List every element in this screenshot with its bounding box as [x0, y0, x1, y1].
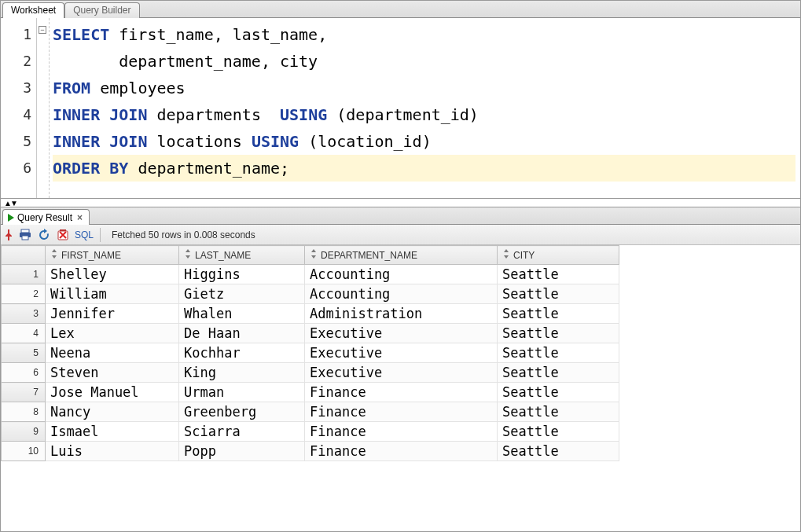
row-number: 7: [2, 383, 46, 402]
cell[interactable]: Finance: [305, 383, 498, 402]
cell[interactable]: Jose Manuel: [46, 383, 179, 402]
cell[interactable]: King: [179, 363, 305, 383]
cell[interactable]: Finance: [305, 402, 498, 422]
row-number: 8: [2, 402, 46, 422]
toolbar-separator: [100, 228, 101, 242]
sql-editor[interactable]: 123456 − SELECT first_name, last_name, d…: [1, 18, 800, 199]
sort-icon: [184, 249, 192, 261]
table-row[interactable]: 6StevenKingExecutiveSeattle: [2, 363, 619, 383]
app-root: Worksheet Query Builder 123456 − SELECT …: [0, 0, 801, 532]
code-line: department_name, city: [53, 52, 318, 71]
cell[interactable]: Accounting: [305, 284, 498, 304]
cell[interactable]: Seattle: [498, 304, 619, 324]
close-icon[interactable]: ×: [75, 212, 84, 223]
table-row[interactable]: 5NeenaKochharExecutiveSeattle: [2, 343, 619, 363]
cell[interactable]: Seattle: [498, 442, 619, 461]
cell[interactable]: Administration: [305, 304, 498, 324]
tab-worksheet[interactable]: Worksheet: [2, 2, 64, 18]
rownum-header[interactable]: [2, 246, 46, 265]
cell[interactable]: Seattle: [498, 284, 619, 304]
line-number: 4: [1, 101, 31, 128]
cell[interactable]: William: [46, 284, 179, 304]
cell[interactable]: Seattle: [498, 265, 619, 284]
row-number: 3: [2, 304, 46, 324]
result-tab-query-result[interactable]: Query Result ×: [2, 209, 90, 225]
splitter-handle[interactable]: ▲▼: [1, 199, 800, 207]
row-number: 1: [2, 265, 46, 284]
cell[interactable]: Sciarra: [179, 422, 305, 442]
cell[interactable]: Shelley: [46, 265, 179, 284]
cell[interactable]: Greenberg: [179, 402, 305, 422]
cell[interactable]: Seattle: [498, 402, 619, 422]
cell[interactable]: Kochhar: [179, 343, 305, 363]
code-line: FROM employees: [53, 79, 186, 97]
cell[interactable]: Popp: [179, 442, 305, 461]
print-icon[interactable]: [18, 228, 32, 242]
code-line: INNER JOIN locations USING (location_id): [53, 132, 432, 151]
line-number-gutter: 123456: [1, 18, 37, 198]
splitter-arrows-icon: ▲▼: [4, 199, 17, 207]
table-row[interactable]: 8NancyGreenbergFinanceSeattle: [2, 402, 619, 422]
table-row[interactable]: 1ShelleyHigginsAccountingSeattle: [2, 265, 619, 284]
code-area[interactable]: SELECT first_name, last_name, department…: [50, 18, 800, 198]
cell[interactable]: Seattle: [498, 422, 619, 442]
results-grid-wrapper[interactable]: FIRST_NAMELAST_NAMEDEPARTMENT_NAMECITY 1…: [1, 245, 800, 531]
table-row[interactable]: 3JenniferWhalenAdministrationSeattle: [2, 304, 619, 324]
cell[interactable]: Executive: [305, 363, 498, 383]
result-toolbar: SQL Fetched 50 rows in 0.008 seconds: [1, 225, 800, 245]
column-header[interactable]: FIRST_NAME: [46, 246, 179, 265]
row-number: 6: [2, 363, 46, 383]
row-number: 9: [2, 422, 46, 442]
cell[interactable]: Seattle: [498, 324, 619, 343]
cell[interactable]: Luis: [46, 442, 179, 461]
cell[interactable]: Finance: [305, 442, 498, 461]
sql-link[interactable]: SQL: [75, 229, 94, 240]
clear-icon[interactable]: [56, 228, 70, 242]
cell[interactable]: Seattle: [498, 343, 619, 363]
column-header[interactable]: DEPARTMENT_NAME: [305, 246, 498, 265]
cell[interactable]: Executive: [305, 343, 498, 363]
cell[interactable]: Lex: [46, 324, 179, 343]
cell[interactable]: Ismael: [46, 422, 179, 442]
fold-toggle-icon[interactable]: −: [39, 26, 46, 34]
sort-icon: [50, 249, 58, 261]
cell[interactable]: Jennifer: [46, 304, 179, 324]
table-row[interactable]: 4LexDe HaanExecutiveSeattle: [2, 324, 619, 343]
cell[interactable]: Finance: [305, 422, 498, 442]
editor-tabs: Worksheet Query Builder: [1, 1, 800, 18]
cell[interactable]: De Haan: [179, 324, 305, 343]
cell[interactable]: Accounting: [305, 265, 498, 284]
cell[interactable]: Nancy: [46, 402, 179, 422]
table-row[interactable]: 2WilliamGietzAccountingSeattle: [2, 284, 619, 304]
cell[interactable]: Urman: [179, 383, 305, 402]
play-icon: [8, 214, 14, 222]
line-number: 6: [1, 155, 31, 182]
fold-column: −: [37, 18, 50, 198]
column-header[interactable]: LAST_NAME: [179, 246, 305, 265]
cell[interactable]: Executive: [305, 324, 498, 343]
pin-icon[interactable]: [4, 229, 13, 240]
table-row[interactable]: 10LuisPoppFinanceSeattle: [2, 442, 619, 461]
row-number: 10: [2, 442, 46, 461]
sort-icon: [502, 249, 510, 261]
refresh-icon[interactable]: [37, 228, 51, 242]
cell[interactable]: Whalen: [179, 304, 305, 324]
code-line: ORDER BY department_name;: [53, 155, 795, 182]
cell[interactable]: Steven: [46, 363, 179, 383]
cell[interactable]: Higgins: [179, 265, 305, 284]
table-row[interactable]: 9IsmaelSciarraFinanceSeattle: [2, 422, 619, 442]
tab-query-builder[interactable]: Query Builder: [64, 2, 139, 18]
code-line: SELECT first_name, last_name,: [53, 25, 327, 44]
cell[interactable]: Gietz: [179, 284, 305, 304]
cell[interactable]: Seattle: [498, 383, 619, 402]
result-tab-label: Query Result: [17, 212, 72, 223]
line-number: 2: [1, 48, 31, 75]
fetch-status: Fetched 50 rows in 0.008 seconds: [112, 229, 255, 240]
cell[interactable]: Neena: [46, 343, 179, 363]
column-header[interactable]: CITY: [498, 246, 619, 265]
cell[interactable]: Seattle: [498, 363, 619, 383]
code-line: INNER JOIN departments USING (department…: [53, 105, 479, 124]
row-number: 4: [2, 324, 46, 343]
svg-rect-2: [22, 236, 28, 240]
table-row[interactable]: 7Jose ManuelUrmanFinanceSeattle: [2, 383, 619, 402]
